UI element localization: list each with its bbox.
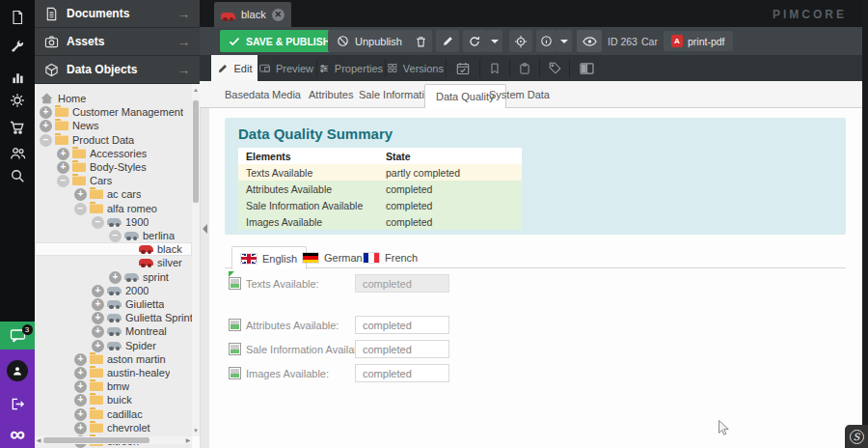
tab-edit[interactable]: Edit: [211, 55, 258, 81]
tab-properties[interactable]: Properties: [319, 55, 383, 81]
pimcore-logo[interactable]: ∞: [0, 421, 35, 448]
texts-available-input[interactable]: [355, 274, 449, 293]
expand-icon[interactable]: +: [109, 271, 122, 284]
expand-icon[interactable]: +: [57, 148, 69, 160]
file-icon[interactable]: [0, 4, 35, 31]
tree-item-home[interactable]: Home: [35, 92, 192, 105]
panel-header-data-objects[interactable]: Data Objects →: [35, 56, 200, 84]
open-object-tab[interactable]: black ✕: [214, 2, 291, 27]
collapse-panel-icon[interactable]: [203, 224, 207, 234]
notifications-chat-button[interactable]: 3: [0, 322, 35, 350]
delete-button[interactable]: [409, 30, 432, 52]
sale-information-available-input[interactable]: [355, 340, 449, 358]
expand-icon[interactable]: +: [92, 325, 104, 338]
tree-item[interactable]: +bmw: [35, 379, 192, 393]
expand-icon[interactable]: +: [92, 340, 104, 352]
collapse-icon[interactable]: −: [74, 203, 87, 215]
search-icon[interactable]: [0, 162, 35, 189]
expand-icon[interactable]: +: [92, 298, 104, 311]
expand-icon[interactable]: +: [74, 394, 87, 406]
tree-item[interactable]: +Customer Management: [35, 105, 192, 119]
collapse-icon[interactable]: −: [40, 134, 52, 147]
tree-horizontal-scrollbar[interactable]: ◀ ▶: [35, 436, 192, 444]
scroll-up-icon[interactable]: ▲: [192, 86, 200, 94]
expand-icon[interactable]: +: [74, 408, 87, 421]
expand-icon[interactable]: +: [92, 312, 104, 324]
tree-item[interactable]: +Gulietta Sprint Specia: [35, 311, 192, 324]
tree-item[interactable]: +Montreal: [35, 324, 192, 338]
images-available-input[interactable]: [355, 364, 449, 382]
tree-item[interactable]: +Accessories: [35, 147, 192, 160]
tree-item-selected[interactable]: black: [35, 242, 192, 256]
tree-item[interactable]: −alfa romeo: [35, 202, 192, 215]
tree-item[interactable]: +austin-healey: [35, 366, 192, 379]
user-profile-button[interactable]: [0, 357, 35, 384]
info-icon: [540, 35, 553, 47]
tree-item[interactable]: −1900: [35, 215, 192, 229]
tree-item[interactable]: +aston martin: [35, 352, 192, 366]
tab-notes[interactable]: [482, 55, 507, 81]
expand-icon[interactable]: +: [74, 353, 87, 366]
collapse-icon[interactable]: −: [92, 216, 104, 229]
tab-preview[interactable]: Preview: [259, 55, 313, 81]
tab-language-french[interactable]: French: [355, 246, 426, 268]
tab-attributes[interactable]: Attributes: [309, 89, 353, 100]
tree-item[interactable]: +cadillac: [35, 407, 192, 421]
reload-button[interactable]: [463, 30, 486, 52]
scroll-right-icon[interactable]: ▶: [184, 436, 192, 444]
tab-media[interactable]: Media: [272, 89, 301, 100]
tree-item[interactable]: −Product Data: [35, 133, 192, 147]
collapse-icon[interactable]: −: [109, 230, 122, 242]
tab-schedule[interactable]: [448, 55, 477, 81]
expand-icon[interactable]: +: [40, 120, 52, 132]
tab-tags[interactable]: [542, 55, 567, 81]
print-pdf-button[interactable]: A print-pdf: [664, 31, 733, 51]
tree-item[interactable]: +Spider: [35, 339, 192, 352]
tab-layout-columns[interactable]: [572, 55, 601, 81]
tree-item[interactable]: +Body-Styles: [35, 160, 192, 174]
expand-icon[interactable]: +: [74, 422, 87, 434]
scroll-left-icon[interactable]: ◀: [35, 436, 42, 444]
attributes-available-input[interactable]: [355, 316, 449, 334]
expand-icon[interactable]: +: [74, 380, 87, 393]
tree-item[interactable]: −Cars: [35, 174, 192, 187]
open-preview-button[interactable]: [577, 30, 602, 52]
tree-vertical-scrollbar[interactable]: ▲ ▼: [192, 84, 200, 436]
tab-reports[interactable]: [512, 55, 537, 81]
cart-icon[interactable]: [0, 114, 35, 141]
expand-icon[interactable]: +: [40, 106, 52, 119]
reload-options-caret[interactable]: [486, 30, 502, 52]
collapse-icon[interactable]: −: [57, 175, 69, 187]
expand-icon[interactable]: +: [74, 188, 87, 201]
expand-icon[interactable]: +: [92, 285, 104, 297]
logout-button[interactable]: [0, 390, 35, 417]
unpublish-button[interactable]: Unpublish: [328, 30, 411, 52]
locate-in-tree-button[interactable]: [509, 30, 532, 52]
wrench-icon[interactable]: [0, 33, 35, 60]
right-panel-strip[interactable]: [862, 0, 868, 448]
tree-item[interactable]: +chevrolet: [35, 421, 192, 434]
tree-item[interactable]: silver: [35, 256, 192, 269]
info-button[interactable]: [536, 30, 556, 52]
scrollbar-thumb[interactable]: [193, 100, 199, 203]
tree-item[interactable]: +buick: [35, 393, 192, 406]
tree-item[interactable]: +ac cars: [35, 187, 192, 201]
close-tab-icon[interactable]: ✕: [272, 9, 285, 21]
tab-versions[interactable]: Versions: [388, 55, 444, 81]
expand-icon[interactable]: +: [74, 367, 87, 379]
expand-icon[interactable]: +: [57, 161, 69, 174]
tree-item[interactable]: +News: [35, 119, 192, 132]
panel-header-documents[interactable]: Documents →: [35, 0, 200, 28]
tab-system-data[interactable]: System Data: [489, 89, 550, 100]
tree-item[interactable]: +sprint: [35, 270, 192, 284]
tab-basedata[interactable]: Basedata: [225, 89, 269, 100]
scrollbar-thumb[interactable]: [43, 437, 149, 443]
settings-gear-icon[interactable]: [0, 87, 35, 114]
scroll-down-icon[interactable]: ▼: [192, 427, 200, 434]
tree-item[interactable]: +Giulietta: [35, 297, 192, 311]
panel-header-assets[interactable]: Assets →: [35, 28, 200, 56]
rename-button[interactable]: [436, 30, 459, 52]
info-options-caret[interactable]: [556, 30, 572, 52]
tree-item[interactable]: −berlina: [35, 229, 192, 242]
tree-item[interactable]: +2000: [35, 284, 192, 297]
